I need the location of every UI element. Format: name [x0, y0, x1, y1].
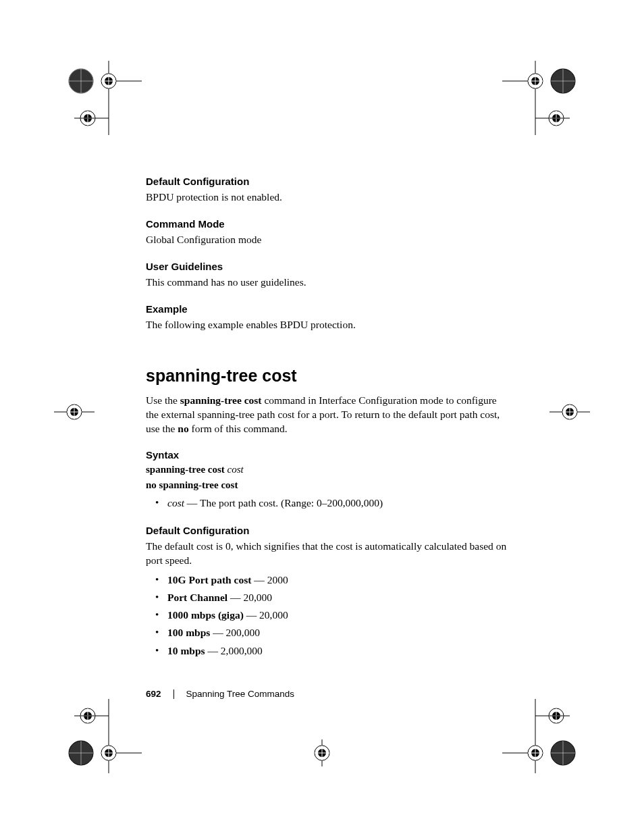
item-value: — 2,000,000 [205, 645, 263, 656]
desc-pre: Use the [146, 394, 180, 406]
text-default-config: BPDU protection is not enabled. [146, 190, 510, 205]
list-item: 100 mbps — 200,000 [146, 625, 510, 640]
item-value: — 20,000 [244, 609, 288, 621]
syntax-bullets: cost — The port path cost. (Range: 0–200… [146, 495, 510, 511]
text-user-guidelines: This command has no user guidelines. [146, 276, 510, 290]
item-label: Port Channel [167, 592, 227, 603]
main-command-title: spanning-tree cost [146, 366, 510, 386]
page-number: 692 [146, 689, 161, 699]
item-label: 100 mbps [167, 627, 210, 638]
desc-bold1: spanning-tree cost [180, 394, 262, 406]
text-example: The following example enables BPDU prote… [146, 318, 510, 332]
bullet-param: cost [167, 497, 187, 509]
heading-default-config: Default Configuration [146, 176, 510, 187]
heading-user-guidelines: User Guidelines [146, 261, 510, 272]
item-label: 10 mbps [167, 645, 205, 656]
item-value: — 200,000 [210, 627, 260, 638]
crop-mark-bc [302, 739, 342, 766]
footer-divider [173, 689, 174, 699]
syntax-param: cost [227, 464, 244, 475]
crop-mark-tr [502, 61, 583, 135]
list-item: 1000 mbps (giga) — 20,000 [146, 607, 510, 623]
desc-bold2: no [178, 423, 188, 434]
text-default-config-2: The default cost is 0, which signifies t… [146, 540, 510, 568]
main-command-description: Use the spanning-tree cost command in In… [146, 394, 510, 436]
crop-mark-ml [54, 398, 95, 425]
text-command-mode: Global Configuration mode [146, 233, 510, 247]
item-label: 1000 mbps (giga) [167, 609, 244, 621]
page-footer: 692 Spanning Tree Commands [146, 689, 294, 699]
list-item: 10 mbps — 2,000,000 [146, 643, 510, 658]
crop-mark-mr [549, 398, 590, 425]
footer-chapter: Spanning Tree Commands [186, 689, 295, 699]
syntax-cmd: spanning-tree cost [146, 464, 227, 475]
desc-post: form of this command. [189, 423, 288, 434]
item-value: — 20,000 [227, 592, 272, 603]
crop-mark-tl [61, 61, 142, 135]
list-item: 10G Port path cost — 2000 [146, 572, 510, 588]
crop-mark-bl [61, 699, 142, 773]
syntax-bullet-cost: cost — The port path cost. (Range: 0–200… [146, 495, 510, 511]
bullet-text: — The port path cost. (Range: 0–200,000,… [187, 497, 383, 509]
heading-syntax: Syntax [146, 449, 510, 461]
default-cost-list: 10G Port path cost — 2000 Port Channel —… [146, 572, 510, 658]
item-value: — 2000 [251, 574, 288, 585]
list-item: Port Channel — 20,000 [146, 590, 510, 605]
heading-command-mode: Command Mode [146, 218, 510, 230]
syntax-line-1: spanning-tree cost cost [146, 464, 510, 475]
heading-example: Example [146, 303, 510, 315]
crop-mark-br [502, 699, 583, 773]
syntax-line-2: no spanning-tree cost [146, 479, 510, 491]
page-content: Default Configuration BPDU protection is… [146, 176, 510, 660]
item-label: 10G Port path cost [167, 574, 251, 585]
heading-default-config-2: Default Configuration [146, 525, 510, 536]
